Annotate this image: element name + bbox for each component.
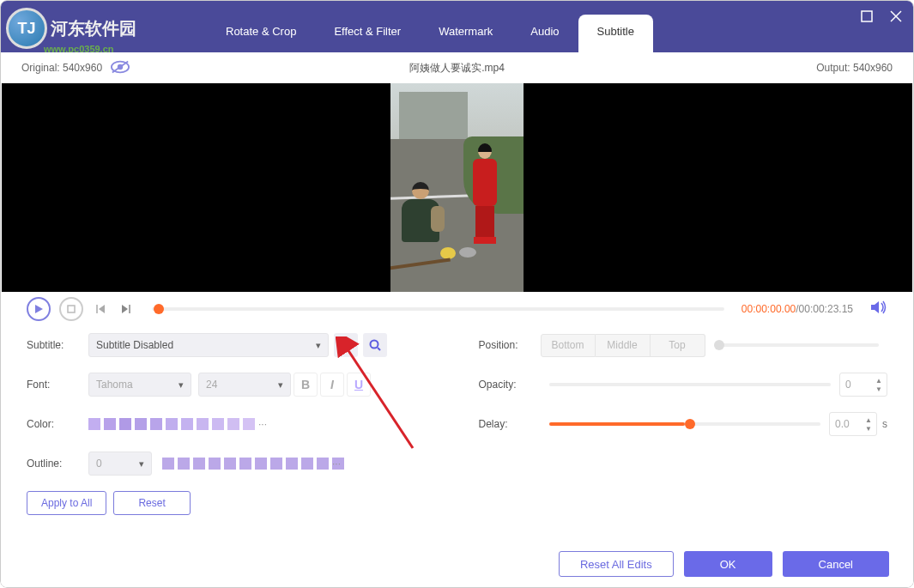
filename-label: 阿姨做人要诚实.mp4 xyxy=(409,61,505,76)
svg-point-15 xyxy=(371,341,378,349)
delay-slider[interactable] xyxy=(549,415,821,433)
color-label: Color: xyxy=(27,418,88,430)
subtitle-settings: Subtitle: Subtitle Disabled Font: Tahoma… xyxy=(1,326,913,524)
tab-effect-filter[interactable]: Effect & Filter xyxy=(315,15,420,52)
font-size-select[interactable]: 24 xyxy=(198,373,291,397)
more-outline-colors-icon[interactable] xyxy=(332,458,344,470)
time-display: 00:00:00.00/00:00:23.15 xyxy=(741,303,853,315)
delay-down-icon[interactable]: ▼ xyxy=(863,425,875,433)
outline-size-select[interactable]: 0 xyxy=(88,452,152,476)
title-bar: TJ 河东软件园 www.pc0359.cn Rotate & Crop Eff… xyxy=(1,1,913,52)
underline-button[interactable]: U xyxy=(347,373,371,397)
progress-slider[interactable] xyxy=(152,307,724,311)
preview-frame xyxy=(390,83,524,292)
right-column: Position: Bottom Middle Top Opacity: 0 ▲… xyxy=(479,333,888,515)
font-family-select[interactable]: Tahoma xyxy=(88,373,191,397)
delay-label: Delay: xyxy=(479,418,541,430)
opacity-label: Opacity: xyxy=(479,379,541,391)
brand-logo: TJ 河东软件园 www.pc0359.cn xyxy=(6,4,160,52)
opacity-up-icon[interactable]: ▲ xyxy=(873,377,885,385)
svg-marker-6 xyxy=(35,305,43,313)
subtitle-select-value: Subtitle Disabled xyxy=(96,339,173,351)
opacity-slider[interactable] xyxy=(549,376,832,393)
outline-swatches[interactable] xyxy=(162,458,344,470)
position-middle-button[interactable]: Middle xyxy=(596,334,651,357)
visibility-toggle-icon[interactable] xyxy=(111,60,130,76)
video-editor-window: { "logo": { "text": "河东软件园", "sub": "www… xyxy=(0,0,914,588)
position-top-button[interactable]: Top xyxy=(651,334,705,357)
maximize-button[interactable] xyxy=(858,8,875,25)
playback-bar: 00:00:00.00/00:00:23.15 xyxy=(1,292,913,326)
color-swatches[interactable] xyxy=(88,418,270,430)
position-bottom-button[interactable]: Bottom xyxy=(541,334,596,357)
editor-tabs: Rotate & Crop Effect & Filter Watermark … xyxy=(207,15,653,52)
close-button[interactable] xyxy=(887,8,905,25)
total-time: 00:00:23.15 xyxy=(799,303,853,315)
left-column: Subtitle: Subtitle Disabled Font: Tahoma… xyxy=(27,333,436,515)
svg-marker-9 xyxy=(99,305,105,313)
font-label: Font: xyxy=(27,379,88,391)
bold-button[interactable]: B xyxy=(294,373,318,397)
prev-frame-button[interactable] xyxy=(92,297,109,321)
delay-value: 0.0 xyxy=(835,418,850,430)
position-slider[interactable] xyxy=(714,336,880,354)
volume-icon[interactable] xyxy=(870,300,887,318)
original-dimensions: Original: 540x960 xyxy=(21,62,102,74)
opacity-value: 0 xyxy=(845,379,851,391)
outline-label: Outline: xyxy=(27,458,88,470)
svg-line-16 xyxy=(378,348,380,350)
tab-audio[interactable]: Audio xyxy=(511,15,578,52)
logo-text: 河东软件园 xyxy=(51,17,136,40)
subtitle-label: Subtitle: xyxy=(27,339,88,351)
video-preview xyxy=(2,83,912,292)
output-dimensions: Output: 540x960 xyxy=(816,62,893,74)
logo-badge: TJ xyxy=(6,8,47,49)
tab-watermark[interactable]: Watermark xyxy=(420,15,511,52)
delay-up-icon[interactable]: ▲ xyxy=(863,416,875,424)
font-size-value: 24 xyxy=(206,379,217,391)
position-label: Position: xyxy=(479,339,541,351)
delay-input[interactable]: 0.0 ▲▼ xyxy=(829,412,877,436)
play-button[interactable] xyxy=(27,297,51,321)
window-controls xyxy=(858,8,905,25)
add-subtitle-button[interactable] xyxy=(334,333,358,357)
svg-marker-10 xyxy=(122,305,128,313)
opacity-down-icon[interactable]: ▼ xyxy=(873,385,885,393)
current-time: 00:00:00.00 xyxy=(741,303,796,315)
font-family-value: Tahoma xyxy=(96,379,133,391)
reset-button[interactable]: Reset xyxy=(113,491,190,515)
svg-rect-7 xyxy=(68,306,75,312)
tab-rotate-crop[interactable]: Rotate & Crop xyxy=(207,15,315,52)
footer-buttons: Reset All Edits OK Cancel xyxy=(1,541,913,587)
opacity-input[interactable]: 0 ▲▼ xyxy=(839,373,887,397)
apply-to-all-button[interactable]: Apply to All xyxy=(27,491,106,515)
italic-button[interactable]: I xyxy=(320,373,344,397)
position-segment: Bottom Middle Top xyxy=(541,334,705,357)
reset-all-edits-button[interactable]: Reset All Edits xyxy=(559,551,674,577)
subtitle-select[interactable]: Subtitle Disabled xyxy=(88,333,329,357)
stop-button[interactable] xyxy=(59,297,83,321)
info-bar: Original: 540x960 阿姨做人要诚实.mp4 Output: 54… xyxy=(1,52,913,83)
delay-unit: s xyxy=(882,418,887,430)
next-frame-button[interactable] xyxy=(118,297,135,321)
svg-marker-12 xyxy=(871,301,879,313)
cancel-button[interactable]: Cancel xyxy=(783,551,889,577)
ok-button[interactable]: OK xyxy=(684,551,772,577)
more-colors-icon[interactable] xyxy=(258,418,270,430)
outline-value: 0 xyxy=(96,458,102,470)
progress-thumb-icon[interactable] xyxy=(154,304,164,314)
svg-rect-0 xyxy=(862,11,872,21)
search-subtitle-button[interactable] xyxy=(363,333,387,357)
tab-subtitle[interactable]: Subtitle xyxy=(578,15,653,52)
